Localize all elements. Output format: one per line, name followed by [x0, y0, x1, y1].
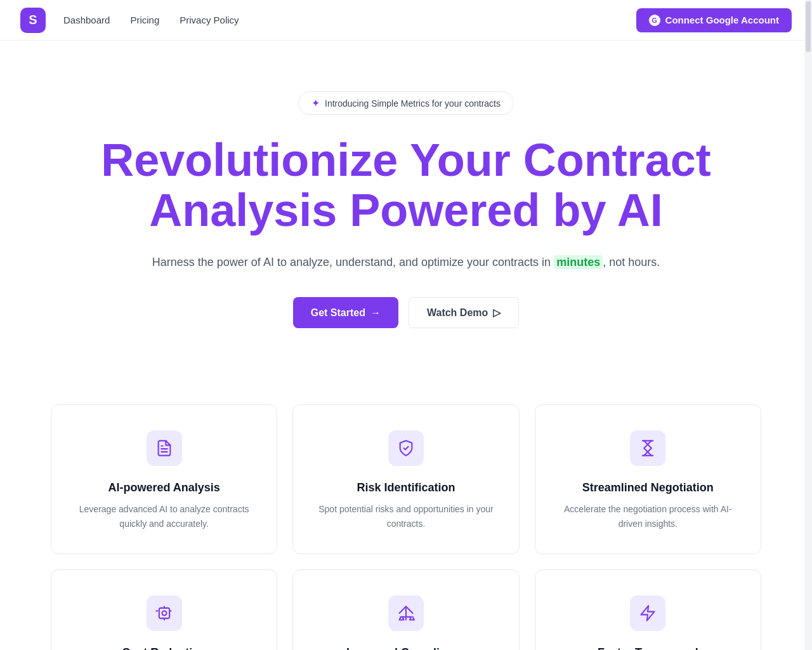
feature-icon-wrap-5 — [388, 595, 424, 631]
badge-text: Introducing Simple Metrics for your cont… — [325, 98, 501, 109]
feature-card-ai-analysis: AI-powered Analysis Leverage advanced AI… — [51, 404, 277, 554]
watch-demo-label: Watch Demo — [427, 307, 488, 319]
play-icon: ▷ — [493, 307, 501, 319]
lightning-icon — [639, 604, 657, 622]
nav-link-dashboard[interactable]: Dashboard — [63, 15, 110, 25]
feature-icon-wrap-2 — [388, 430, 424, 466]
nav-link-pricing[interactable]: Pricing — [130, 15, 159, 25]
connect-button-label: Connect Google Account — [665, 15, 779, 25]
feature-card-negotiation: Streamlined Negotiation Accelerate the n… — [535, 404, 761, 554]
nav-links: Dashboard Pricing Privacy Policy — [63, 15, 636, 25]
logo[interactable]: S — [20, 8, 46, 33]
subtitle-highlight: minutes — [554, 255, 603, 269]
hero-buttons: Get Started → Watch Demo ▷ — [25, 297, 787, 328]
scrollbar[interactable] — [804, 0, 812, 650]
hero-title: Revolutionize Your Contract Analysis Pow… — [73, 135, 739, 235]
hero-section: ✦ Introducing Simple Metrics for your co… — [0, 41, 812, 379]
feature-desc-2: Spot potential risks and opportunities i… — [313, 502, 498, 531]
feature-desc-1: Leverage advanced AI to analyze contract… — [72, 502, 256, 531]
sparkle-icon: ✦ — [311, 97, 320, 109]
piggy-icon — [155, 604, 173, 622]
svg-point-4 — [162, 611, 166, 615]
subtitle-before: Harness the power of AI to analyze, unde… — [152, 256, 554, 269]
feature-icon-wrap-1 — [147, 430, 182, 466]
logo-letter: S — [29, 13, 37, 27]
shield-icon — [397, 439, 415, 457]
svg-marker-7 — [641, 606, 655, 620]
nav-link-privacy[interactable]: Privacy Policy — [180, 15, 239, 25]
feature-icon-wrap-6 — [630, 595, 665, 631]
connect-google-button[interactable]: G Connect Google Account — [636, 8, 792, 32]
scrollbar-thumb[interactable] — [806, 1, 811, 52]
feature-title-4: Cost Reduction — [72, 646, 256, 650]
feature-desc-3: Accelerate the negotiation process with … — [556, 502, 740, 531]
feature-title-3: Streamlined Negotiation — [556, 481, 740, 494]
get-started-button[interactable]: Get Started → — [293, 297, 398, 328]
subtitle-after: , not hours. — [603, 256, 660, 269]
features-grid: AI-powered Analysis Leverage advanced AI… — [0, 379, 812, 650]
hero-subtitle: Harness the power of AI to analyze, unde… — [25, 253, 787, 272]
feature-card-turnaround: Faster Turnaround Complete contract revi… — [535, 569, 761, 650]
hourglass-icon — [639, 439, 657, 457]
feature-title-2: Risk Identification — [313, 481, 498, 494]
feature-card-compliance: Improved Compliance Ensure your contract… — [292, 569, 519, 650]
feature-title-1: AI-powered Analysis — [72, 481, 256, 494]
scale-icon — [397, 604, 415, 622]
feature-card-cost: Cost Reduction Significantly reduce lega… — [51, 569, 277, 650]
document-icon — [155, 439, 173, 457]
announcement-badge: ✦ Introducing Simple Metrics for your co… — [298, 91, 514, 115]
watch-demo-button[interactable]: Watch Demo ▷ — [409, 297, 519, 328]
feature-icon-wrap-4 — [147, 595, 182, 631]
google-icon: G — [649, 15, 660, 26]
feature-title-5: Improved Compliance — [313, 646, 498, 650]
arrow-icon: → — [370, 307, 381, 319]
feature-card-risk: Risk Identification Spot potential risks… — [292, 404, 519, 554]
feature-title-6: Faster Turnaround — [556, 646, 740, 650]
navbar: S Dashboard Pricing Privacy Policy G Con… — [0, 0, 812, 41]
get-started-label: Get Started — [311, 307, 365, 319]
feature-icon-wrap-3 — [630, 430, 665, 466]
